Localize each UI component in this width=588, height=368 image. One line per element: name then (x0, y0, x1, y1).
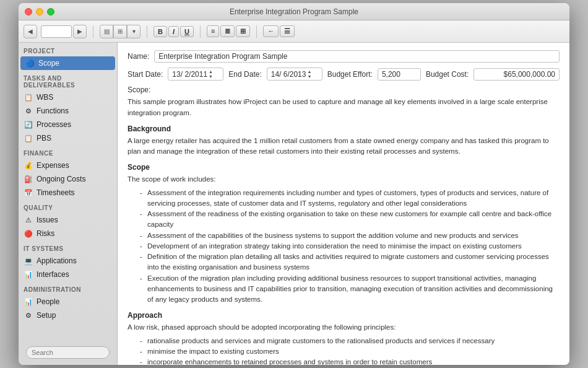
titlebar: Enterprise Integration Program Sample (19, 3, 569, 20)
sep4 (256, 25, 257, 38)
sidebar-item-expenses-label: Expenses (37, 161, 69, 170)
close-button[interactable] (25, 8, 32, 15)
main-window: Enterprise Integration Program Sample ◀ … (19, 3, 569, 365)
list-buttons: ≡ ≣ ⊞ (207, 25, 250, 37)
dates-row: Start Date: 13/ 2/2011 ▲ ▼ End Date: 14/… (128, 68, 560, 81)
sidebar-item-pbs[interactable]: 📋 PBS (19, 131, 117, 145)
background-heading: Background (128, 125, 560, 133)
sidebar-item-ongoing-costs[interactable]: ⛽ Ongoing Costs (19, 172, 117, 186)
sidebar-item-risks[interactable]: 🔴 Risks (19, 227, 117, 240)
approach-bullet-3: incorporate enhancements to retained pro… (140, 357, 560, 365)
nav-buttons: ◀ (24, 25, 37, 38)
project-section-label: PROJECT (19, 43, 117, 56)
view-segment: ▤ ⊞ ▾ (100, 25, 141, 38)
forward-button[interactable]: ▶ (73, 25, 87, 38)
approach-bullet-2: minimise the impact to existing customer… (140, 346, 560, 357)
sep2 (147, 25, 147, 38)
italic-button[interactable]: I (168, 26, 179, 37)
list-bullet-button[interactable]: ≡ (207, 25, 219, 37)
scope-intro-para: The scope of work includes: (128, 174, 560, 185)
action-menu-button[interactable]: ☰ (280, 25, 295, 37)
content-inner: Name: Enterprise Integration Program Sam… (128, 50, 560, 365)
sidebar-item-processes[interactable]: 🔄 Processes (19, 118, 117, 131)
sidebar-item-pbs-label: PBS (37, 134, 51, 142)
expenses-icon: 💰 (24, 160, 33, 170)
action-left-button[interactable]: ← (263, 25, 279, 37)
sidebar-item-people[interactable]: 📊 People (19, 295, 117, 309)
scope-bullet-3: Assessment of the capabilities of the bu… (140, 230, 560, 241)
sidebar-item-timesheets-label: Timesheets (37, 188, 75, 197)
approach-bullets: rationalise products and services and mi… (140, 336, 560, 365)
view-list-button[interactable]: ▤ (100, 25, 113, 38)
scope-bullets: Assessment of the integration requiremen… (140, 188, 560, 305)
bold-button[interactable]: B (153, 26, 167, 37)
back-button[interactable]: ◀ (24, 25, 37, 38)
list-indent-button[interactable]: ⊞ (236, 25, 250, 37)
quality-section-label: QUALITY (19, 199, 117, 213)
sidebar-item-timesheets[interactable]: 📅 Timesheets (19, 186, 117, 199)
scope-heading: Scope (128, 163, 560, 172)
action-buttons: ← ☰ (263, 25, 295, 37)
window-title: Enterprise Integration Program Sample (230, 7, 358, 16)
name-field[interactable]: Enterprise Integration Program Sample (154, 50, 560, 63)
format-buttons: B I U (153, 26, 194, 37)
approach-heading: Approach (128, 311, 560, 320)
sidebar-item-functions-label: Functions (37, 107, 69, 115)
scope-intro-text: This sample program illustrates how iPro… (128, 97, 560, 118)
sidebar-item-expenses[interactable]: 💰 Expenses (19, 159, 117, 172)
scope-bullet-1: Assessment of the integration requiremen… (140, 188, 560, 209)
end-date-spinner[interactable]: ▲ ▼ (307, 69, 311, 79)
setup-icon: ⚙ (24, 310, 33, 320)
admin-section-label: ADMINISTRATION (19, 281, 117, 295)
applications-icon: 💻 (24, 256, 33, 266)
sidebar-item-scope-label: Scope (38, 59, 59, 68)
wbs-icon: 📋 (24, 92, 33, 102)
finance-section-label: FINANCE (19, 145, 117, 159)
end-date-label: End Date: (228, 70, 261, 79)
sidebar-item-setup[interactable]: ⚙ Setup (19, 309, 117, 322)
sidebar-item-applications[interactable]: 💻 Applications (19, 254, 117, 268)
sidebar-item-interfaces-label: Interfaces (37, 270, 69, 279)
main-layout: PROJECT 🔵 Scope TASKS AND DELIVERABLES 📋… (19, 43, 569, 365)
list-numbered-button[interactable]: ≣ (220, 25, 235, 37)
search-input[interactable] (26, 346, 110, 359)
budget-cost-field[interactable]: $65,000,000.00 (473, 68, 560, 81)
view-toggle-button[interactable]: ▾ (127, 25, 141, 38)
sidebar-item-scope[interactable]: 🔵 Scope (20, 56, 115, 70)
issues-icon: ⚠ (24, 215, 33, 225)
budget-cost-value: $65,000,000.00 (504, 70, 555, 79)
traffic-lights (25, 8, 54, 15)
nav-input[interactable] (41, 25, 72, 38)
scope-bullet-4: Development of an integration strategy t… (140, 241, 560, 252)
end-date-value: 14/ 6/2013 (271, 70, 306, 79)
underline-button[interactable]: U (180, 26, 194, 37)
end-date-field[interactable]: 14/ 6/2013 ▲ ▼ (267, 68, 322, 81)
minimize-button[interactable] (36, 8, 43, 15)
sidebar-item-ongoing-costs-label: Ongoing Costs (37, 175, 85, 183)
sidebar-item-issues[interactable]: ⚠ Issues (19, 213, 117, 227)
approach-bullet-1: rationalise products and services and mi… (140, 336, 560, 346)
budget-effort-field[interactable]: 5,200 (378, 68, 421, 81)
name-value: Enterprise Integration Program Sample (158, 52, 287, 61)
sidebar-item-people-label: People (37, 297, 59, 306)
sidebar-item-wbs[interactable]: 📋 WBS (19, 90, 117, 104)
sidebar-item-functions[interactable]: ⚙ Functions (19, 104, 117, 118)
start-date-field[interactable]: 13/ 2/2011 ▲ ▼ (168, 68, 223, 81)
people-icon: 📊 (24, 297, 33, 307)
start-date-spinner[interactable]: ▲ ▼ (209, 69, 213, 79)
sidebar-item-risks-label: Risks (37, 229, 54, 238)
maximize-button[interactable] (47, 8, 54, 15)
view-grid-button[interactable]: ⊞ (113, 25, 127, 38)
approach-intro-para: A low risk, phased approach should be ad… (128, 322, 560, 333)
name-row: Name: Enterprise Integration Program Sam… (128, 50, 560, 63)
scope-bullet-5: Definition of the migration plan detaili… (140, 252, 560, 273)
timesheets-icon: 📅 (24, 188, 33, 198)
background-text: A large energy retailer has acquired the… (128, 136, 560, 157)
content-area: Name: Enterprise Integration Program Sam… (118, 43, 569, 365)
sep3 (200, 25, 201, 38)
functions-icon: ⚙ (24, 106, 33, 116)
sidebar-item-applications-label: Applications (37, 256, 77, 265)
sidebar-item-interfaces[interactable]: 📊 Interfaces (19, 268, 117, 281)
sep1 (93, 25, 93, 38)
scope-section-label: Scope: (128, 85, 560, 94)
